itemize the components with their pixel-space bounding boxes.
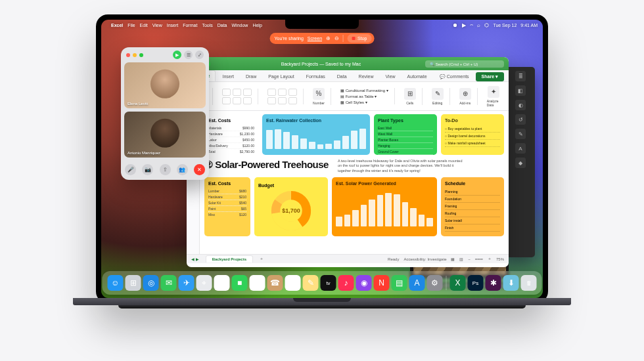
underline-button[interactable] <box>243 89 252 96</box>
analyze-icon[interactable]: ✦ <box>488 86 499 98</box>
dock-appstore-icon[interactable]: A <box>409 275 425 291</box>
screenshare-active-icon[interactable]: ▶ <box>173 51 181 59</box>
add-sheet-button[interactable]: ＋ <box>260 256 264 262</box>
dock-photoshop-icon[interactable]: Ps <box>468 275 484 291</box>
wifi-icon[interactable]: ⌢ <box>470 22 473 28</box>
view-normal-icon[interactable]: ▦ <box>451 257 455 261</box>
menu-view[interactable]: View <box>152 23 162 28</box>
dock-slack-icon[interactable]: ✱ <box>486 275 501 291</box>
font-color-button[interactable] <box>233 97 241 104</box>
stop-sharing-button[interactable]: Stop <box>348 34 371 43</box>
border-button[interactable] <box>243 97 252 104</box>
ps-type-icon[interactable]: A <box>515 143 526 154</box>
dock-settings-icon[interactable]: ⚙ <box>427 275 443 291</box>
dock-downloads-icon[interactable]: ⬇ <box>503 275 519 291</box>
dock-facetime-icon[interactable]: ■ <box>232 275 248 291</box>
participants-button[interactable]: 👥 <box>177 164 188 175</box>
italic-button[interactable] <box>233 89 241 96</box>
dock-maps-icon[interactable]: ⌖ <box>196 275 212 291</box>
menu-insert[interactable]: Insert <box>167 23 179 28</box>
share-button[interactable]: Share ▾ <box>476 72 504 81</box>
facetime-titlebar[interactable]: ▶ ☰ ⤢ <box>121 47 209 62</box>
mute-button[interactable]: 🎤 <box>125 164 136 175</box>
menu-window[interactable]: Window <box>232 23 248 28</box>
tab-formulas[interactable]: Formulas <box>301 72 331 81</box>
window-minimize-button[interactable] <box>133 53 137 57</box>
ps-paths-icon[interactable]: ◆ <box>515 158 526 168</box>
tab-page-layout[interactable]: Page Layout <box>263 72 299 81</box>
expand-icon[interactable]: ⤢ <box>195 51 204 59</box>
ps-history-icon[interactable]: ↺ <box>515 114 526 125</box>
dock-notes-icon[interactable]: ✎ <box>303 275 319 291</box>
camera-button[interactable]: 📷 <box>142 164 153 175</box>
todo-item[interactable]: ○ Design barrel decorations <box>445 133 500 140</box>
zoom-in-button[interactable]: ＋ <box>488 256 492 262</box>
tab-data[interactable]: Data <box>332 72 352 81</box>
format-table-button[interactable]: ▤ Format as Table ▾ <box>340 94 377 98</box>
menubar-app-name[interactable]: Excel <box>111 23 123 28</box>
dock-news-icon[interactable]: N <box>374 275 390 291</box>
menu-help[interactable]: Help <box>252 23 262 28</box>
share-people-icon[interactable]: ⊕ <box>326 35 331 41</box>
share-target[interactable]: Screen <box>308 36 322 41</box>
zoom-out-button[interactable]: − <box>468 257 471 261</box>
ps-layers-icon[interactable]: ≣ <box>515 71 526 81</box>
menubar-time[interactable]: 9:41 AM <box>520 23 538 28</box>
dock-mail-icon[interactable]: ✈ <box>179 275 195 291</box>
menu-edit[interactable]: Edit <box>140 23 148 28</box>
status-accessibility[interactable]: Accessibility: Investigate <box>403 257 446 261</box>
dock-tv-icon[interactable]: tv <box>321 275 336 291</box>
cells-icon[interactable]: ⊞ <box>404 88 416 100</box>
window-close-button[interactable] <box>126 53 130 57</box>
indent-dec-button[interactable] <box>267 97 276 104</box>
dock-numbers-icon[interactable]: ▤ <box>392 275 407 291</box>
align-right-button[interactable] <box>288 89 297 96</box>
cell-styles-button[interactable]: ▩ Cell Styles ▾ <box>340 100 367 104</box>
airplay-icon[interactable]: ▶ <box>462 22 466 28</box>
dock-trash-icon[interactable]: 🗑 <box>521 275 537 291</box>
menu-tools[interactable]: Tools <box>202 23 212 28</box>
fill-color-button[interactable] <box>222 97 231 104</box>
dock-photos-icon[interactable]: ✿ <box>214 275 230 291</box>
tab-automate[interactable]: Automate <box>402 72 432 81</box>
ps-brush-icon[interactable]: ✎ <box>515 129 526 139</box>
control-center-icon[interactable]: ⌬ <box>484 22 489 28</box>
tab-draw[interactable]: Draw <box>241 72 262 81</box>
menu-format[interactable]: Format <box>183 23 197 28</box>
dock-finder-icon[interactable]: ☺ <box>108 275 124 291</box>
worksheet-area[interactable]: Est. Costs Materials$990.00Hardware$1,23… <box>187 111 509 254</box>
dock-podcasts-icon[interactable]: ◉ <box>356 275 372 291</box>
wrap-button[interactable] <box>288 97 297 104</box>
menu-file[interactable]: File <box>127 23 135 28</box>
tab-insert[interactable]: Insert <box>217 72 239 81</box>
share-toggle-icon[interactable]: ⊖ <box>334 35 339 41</box>
excel-titlebar[interactable]: Backyard Projects — Saved to my Mac 🔍 Se… <box>187 57 509 70</box>
dock-contacts-icon[interactable]: ☎ <box>267 275 283 291</box>
window-zoom-button[interactable] <box>139 53 143 57</box>
share-button[interactable]: ⇪ <box>160 164 171 175</box>
screenshare-indicator-icon[interactable]: ⏺ <box>453 22 458 28</box>
comments-button[interactable]: 💬 Comments <box>440 74 469 79</box>
menu-data[interactable]: Data <box>218 23 227 28</box>
zoom-level[interactable]: 75% <box>496 257 504 261</box>
menubar-date[interactable]: Tue Sep 12 <box>493 23 517 28</box>
todo-item[interactable]: ○ Make rainfall spreadsheet <box>445 140 500 147</box>
dock-launchpad-icon[interactable]: ⊞ <box>126 275 141 291</box>
number-icon[interactable]: % <box>313 88 325 100</box>
addins-icon[interactable]: ⊕ <box>459 88 471 100</box>
participant-tile[interactable]: Elena Levitt <box>124 62 206 108</box>
ps-adjust-icon[interactable]: ◐ <box>515 100 526 110</box>
search-field[interactable]: 🔍 Search (Cmd + Ctrl + U) <box>425 60 504 68</box>
align-left-button[interactable] <box>267 89 276 96</box>
dock-messages-icon[interactable]: ✉ <box>161 275 177 291</box>
align-center-button[interactable] <box>278 89 287 96</box>
dock-music-icon[interactable]: ♪ <box>338 275 354 291</box>
dock-safari-icon[interactable]: ◎ <box>143 275 159 291</box>
view-page-icon[interactable]: ▥ <box>459 257 463 261</box>
tab-review[interactable]: Review <box>354 72 379 81</box>
sheet-tab[interactable]: Backyard Projects <box>206 255 253 263</box>
spotlight-icon[interactable]: ⌕ <box>477 22 480 28</box>
cond-format-button[interactable]: ▦ Conditional Formatting ▾ <box>340 88 388 93</box>
participant-tile[interactable]: Antonio Manriquez <box>124 112 206 158</box>
ps-color-icon[interactable]: ◧ <box>515 85 526 96</box>
